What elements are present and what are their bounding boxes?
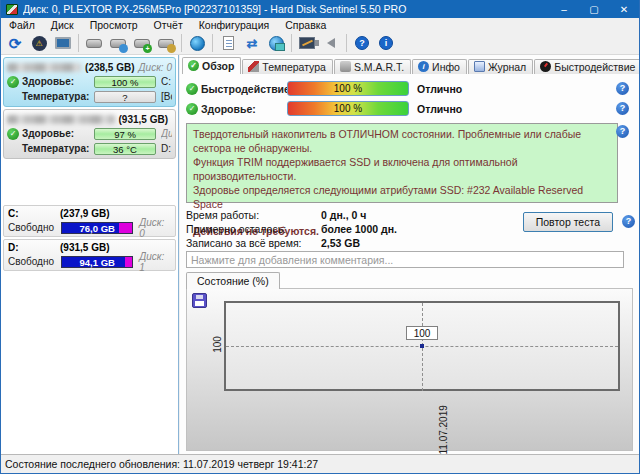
maximize-button[interactable]: ▢ — [579, 0, 609, 18]
retest-button[interactable]: Повтор теста — [523, 212, 613, 232]
tab-temperature[interactable]: Температура — [242, 59, 333, 74]
disk-number: Диск: 0 — [139, 62, 172, 73]
display-icon[interactable] — [51, 33, 75, 54]
health-bar: 100 % — [287, 101, 409, 116]
toolbar-separator — [212, 34, 213, 52]
tab-journal[interactable]: Журнал — [468, 59, 533, 74]
disk-number: Диск: 0 — [139, 217, 171, 239]
menu-file[interactable]: Файл — [1, 19, 43, 31]
health-label: Здоровье: — [201, 103, 287, 115]
report-icon[interactable] — [216, 33, 240, 54]
disk-search-icon[interactable] — [154, 33, 178, 54]
health-check-icon: ✓ — [7, 128, 19, 140]
temperature-bar: ? — [94, 91, 156, 103]
help-icon[interactable]: ? — [616, 82, 629, 95]
help-icon[interactable]: ? — [616, 102, 629, 115]
stat-value: более 1000 дн. — [321, 222, 397, 236]
save-chart-icon[interactable] — [192, 293, 207, 308]
chart-tab-condition[interactable]: Состояние (%) — [186, 272, 280, 289]
refresh-icon[interactable]: ⟳ — [3, 33, 27, 54]
health-label: Здоровье: — [22, 128, 94, 139]
menubar: Файл Диск Просмотр Отчёт Конфигурация Сп… — [1, 18, 639, 32]
toolbar-separator — [346, 34, 347, 52]
sync-icon[interactable]: ⇄ — [240, 33, 264, 54]
temperature-label: Температура: — [22, 91, 94, 102]
info-icon: i — [418, 61, 429, 72]
main-panel: ✓Обзор Температура S.M.A.R.T. iИнфо Журн… — [180, 55, 640, 455]
partition-size: (237,9 GB) — [60, 208, 109, 219]
disk-list-item-1[interactable]: (931,5 GB) ✓ Здоровье: 97 % Диск: 1 Темп… — [3, 109, 176, 159]
disk-sidebar: (238,5 GB) Диск: 0 ✓ Здоровье: 100 % C: … — [1, 55, 179, 455]
health-label: Здоровье: — [22, 76, 94, 87]
performance-bar: 100 % — [287, 81, 409, 96]
help-icon[interactable]: ? — [350, 33, 374, 54]
free-value: 76,0 GB — [80, 223, 115, 234]
menu-disk[interactable]: Диск — [43, 19, 82, 31]
disk-number: Диск: 1 — [161, 128, 172, 139]
lifetime-stats: Время работы:0 дн., 0 ч Примерно осталос… — [186, 208, 397, 250]
stat-label: Время работы: — [186, 208, 321, 222]
drive-letter: C: — [161, 76, 171, 87]
online-disk-icon[interactable] — [185, 33, 209, 54]
smart-icon — [340, 61, 351, 72]
performance-label: Быстродействие: — [201, 83, 287, 95]
partition-list-item-d[interactable]: D: (931,5 GB) Свободно 94,1 GB Диск: 1 — [3, 239, 176, 271]
chart-plot-area: 100 — [224, 301, 620, 391]
disk-name-blurred — [7, 63, 81, 72]
partition-letter: D: — [8, 242, 60, 253]
minimize-button[interactable]: – — [549, 0, 579, 18]
disk-icon[interactable] — [82, 33, 106, 54]
stat-value: 0 дн., 0 ч — [321, 208, 366, 222]
info-icon[interactable]: i — [374, 33, 398, 54]
tab-info[interactable]: iИнфо — [412, 59, 467, 74]
menu-configuration[interactable]: Конфигурация — [191, 19, 277, 31]
status-line: Здоровье определяется следующими атрибут… — [193, 183, 611, 211]
health-bar: 100 % — [94, 76, 156, 88]
disk-number: Диск: 1 — [139, 251, 171, 273]
help-icon[interactable]: ? — [616, 125, 629, 138]
comment-input[interactable] — [186, 251, 624, 268]
statusbar: Состояние последнего обновления: 11.07.2… — [1, 454, 639, 473]
toolbar-separator — [78, 34, 79, 52]
help-icon[interactable]: ? — [622, 215, 635, 228]
disk-size: (931,5 GB) — [119, 114, 168, 125]
partition-size: (931,5 GB) — [60, 242, 109, 253]
chart-xlabel: 11.07.2019 — [438, 399, 449, 455]
partition-letter: C: — [8, 208, 60, 219]
stat-label: Примерно осталось: — [186, 222, 321, 236]
temperature-bar: 36 °C — [94, 143, 156, 155]
status-line: Функция TRIM поддерживается SSD и включе… — [193, 155, 611, 183]
toolbar-separator — [291, 34, 292, 52]
check-icon: ✓ — [186, 83, 198, 95]
disk-list-item-0[interactable]: (238,5 GB) Диск: 0 ✓ Здоровье: 100 % C: … — [3, 57, 176, 107]
chart-point-label: 100 — [406, 326, 438, 340]
tab-overview[interactable]: ✓Обзор — [182, 57, 241, 74]
free-label: Свободно — [8, 256, 61, 267]
performance-rating: Отлично — [417, 83, 462, 95]
tabbar: ✓Обзор Температура S.M.A.R.T. iИнфо Журн… — [182, 57, 639, 74]
close-button[interactable]: ✕ — [609, 0, 639, 18]
partition-note: [Восстанов — [161, 91, 172, 102]
tab-performance[interactable]: Быстродействие — [534, 59, 640, 74]
condition-chart-panel: 100 100 11.07.2019 — [186, 288, 633, 451]
check-icon: ✓ — [186, 103, 198, 115]
problem-report-icon[interactable]: ⚠ — [27, 33, 51, 54]
gauge-icon — [540, 61, 551, 72]
titlebar: Диск: 0, PLEXTOR PX-256M5Pro [P022371013… — [1, 0, 639, 18]
status-text: Состояние последнего обновления: 11.07.2… — [5, 458, 318, 470]
window-title: Диск: 0, PLEXTOR PX-256M5Pro [P022371013… — [23, 3, 549, 15]
free-value: 94,1 GB — [80, 257, 115, 268]
stat-value: 2,53 GB — [321, 236, 360, 250]
free-space-bar: 94,1 GB — [61, 256, 133, 268]
menu-report[interactable]: Отчёт — [146, 19, 191, 31]
partition-list-item-c[interactable]: C: (237,9 GB) Свободно 76,0 GB Диск: 0 — [3, 205, 176, 237]
sound-icon[interactable] — [319, 33, 343, 54]
tab-smart[interactable]: S.M.A.R.T. — [334, 59, 411, 74]
disk-plus-icon[interactable]: + — [130, 33, 154, 54]
disk-clock-icon[interactable] — [106, 33, 130, 54]
temperature-label: Температура: — [22, 143, 94, 154]
health-row: ✓ Здоровье: 100 % Отлично — [186, 100, 462, 117]
menu-view[interactable]: Просмотр — [82, 19, 146, 31]
menu-help[interactable]: Справка — [277, 19, 334, 31]
network-icon[interactable] — [264, 33, 288, 54]
